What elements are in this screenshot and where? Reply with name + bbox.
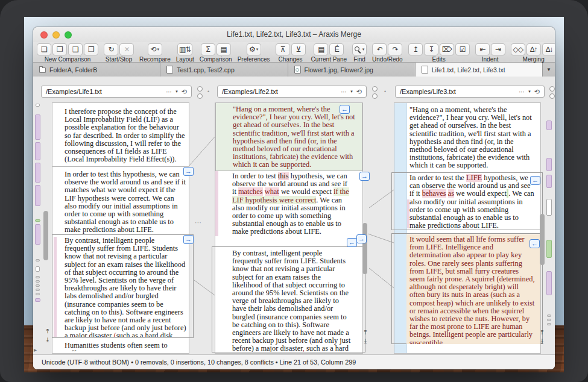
display-bezel: Life1.txt, Life2.txt, Life3.txt – Araxis… — [0, 0, 588, 382]
start-icon: ↻ — [108, 45, 113, 54]
paragraph[interactable]: It would seem that all life forms suffer… — [406, 234, 540, 344]
status-text: Unicode (UTF-8 without BOM) • 0 removals… — [42, 359, 356, 366]
stop-button[interactable]: ✕ — [119, 43, 134, 55]
merge-right-button[interactable]: → — [183, 167, 194, 176]
new-binary-comparison-button[interactable]: ❐ — [52, 43, 67, 55]
next-change-button[interactable]: ⊻ — [291, 43, 306, 55]
paragraph[interactable]: In order to test this hypothesis, we can… — [65, 171, 186, 234]
paragraph[interactable]: In order to test this hypothesis, we can… — [232, 172, 352, 236]
redo-button[interactable]: ↷ — [388, 43, 402, 55]
new-image-comparison-button[interactable]: ❑ — [68, 43, 83, 55]
remove-edits-button[interactable]: ⌦ — [440, 43, 454, 55]
pane3-link-radio-bottom[interactable] — [549, 93, 555, 99]
more-icon[interactable]: ⋯ — [166, 89, 172, 95]
pane1-text-panel[interactable]: → → I therefore propose the concept of t… — [52, 102, 189, 354]
toolbar-group: ⚙▾Preferences — [238, 43, 270, 63]
merge-both-button[interactable]: ◇◇ — [511, 43, 525, 55]
pane3-vertical-scrollbar[interactable] — [540, 214, 545, 265]
pane2-link-radio-bottom[interactable] — [372, 93, 378, 99]
previous-edit-icon: ↥ — [413, 45, 418, 54]
merge-left-button[interactable]: ← — [340, 105, 350, 114]
chevron-down-icon[interactable]: ▾ — [175, 89, 178, 94]
chevron-down-icon[interactable]: ▾ — [528, 89, 531, 94]
paragraph[interactable]: I therefore propose the concept of the L… — [65, 108, 186, 166]
pane2-link-radio-top[interactable] — [372, 86, 378, 92]
pane1-vertical-scrollbar[interactable] — [43, 211, 48, 260]
layout-button[interactable]: ▥⇅ — [177, 43, 192, 55]
goto-first-change-button[interactable]: ⤒ — [362, 329, 369, 336]
pane1-link-radio-bottom[interactable] — [197, 93, 203, 99]
save-pane-button[interactable]: ▤ — [314, 43, 328, 55]
pane3-path-field[interactable]: /Examples/Life3.txt ⋯ ▾ ⟲ — [395, 86, 545, 98]
merge-left-button[interactable]: ← — [530, 239, 540, 248]
tab-list-dropdown[interactable]: ▼ — [543, 63, 555, 77]
paragraph[interactable]: By contrast, intelligent people frequent… — [232, 249, 352, 352]
pane3-text-panel[interactable]: ← ← "Hang on a moment, where's the evide… — [394, 102, 541, 354]
text-segment: LIFE — [466, 174, 482, 182]
change-marker — [36, 280, 40, 283]
overview-strip-left[interactable] — [34, 102, 42, 352]
next-edit-button[interactable]: ↧ — [424, 43, 438, 55]
pane2-text-panel[interactable]: ← → ← → "Hang on a moment, where's the e… — [215, 102, 363, 354]
tab-flower1-flower2[interactable]: Flower1.jpg, Flower2.jpg — [288, 63, 416, 77]
merge-left-button[interactable]: ← — [530, 176, 540, 185]
toolbar: ❏❐❑❒New Comparison↻✕Start/Stop⟲▾Recompar… — [33, 42, 555, 63]
goto-last-change-button[interactable]: ⤓ — [44, 336, 51, 343]
play-icon[interactable]: ▸ — [34, 346, 37, 353]
outdent-button[interactable]: ⇤ — [475, 43, 490, 55]
character-encoding-button[interactable]: É — [329, 43, 344, 55]
paragraph[interactable]: In order to test the LIFE hypothesis, we… — [409, 174, 536, 229]
preferences-button[interactable]: ⚙▾ — [247, 43, 261, 55]
next-edit-icon: ↧ — [428, 45, 434, 54]
paragraph[interactable]: By contrast, intelligent people frequent… — [65, 237, 186, 337]
accept-edits-icon: ☑ — [460, 45, 466, 54]
comparison-summary-button[interactable]: Σ — [201, 43, 215, 55]
tab-life1-life2-life3[interactable]: Life1.txt, Life2.txt, Life3.txt — [416, 63, 543, 77]
tab-test1-test2[interactable]: Test1.cpp, Test2.cpp — [160, 63, 288, 77]
more-icon[interactable]: ⋯ — [519, 89, 525, 95]
goto-last-change-button[interactable]: ⤓ — [539, 337, 546, 345]
paragraph[interactable]: "Hang on a moment, where's the evidence?… — [409, 106, 536, 170]
change-marker — [546, 158, 552, 171]
goto-first-change-button[interactable]: ⤒ — [44, 328, 51, 335]
pane3-link-radio-top[interactable] — [549, 86, 555, 92]
find-button[interactable]: ▾ — [352, 43, 367, 55]
merge-left-button[interactable]: ← — [347, 238, 357, 247]
paragraph[interactable]: Humanities students often seem to suffer — [65, 342, 186, 351]
previous-edit-button[interactable]: ↥ — [408, 43, 423, 55]
redo-icon: ↷ — [393, 45, 398, 54]
merge-down-button[interactable]: ∆↓ — [542, 43, 555, 55]
new-folder-comparison-button[interactable]: ❒ — [84, 43, 98, 55]
history-icon[interactable]: ⟲ — [182, 88, 187, 96]
comparison-report-button[interactable]: ▤ — [217, 43, 231, 55]
undo-button[interactable]: ↶ — [372, 43, 387, 55]
merge-right-button[interactable]: → — [183, 235, 194, 244]
more-icon[interactable]: ⋯ — [341, 89, 347, 95]
recompare-button[interactable]: ⟲▾ — [148, 43, 162, 55]
merge-up-button[interactable]: ∆↑ — [526, 43, 541, 55]
overview-strip-right[interactable] — [545, 102, 553, 352]
tab-foldera-folderb[interactable]: FolderA, FolderB — [33, 63, 160, 77]
history-icon[interactable]: ⟲ — [534, 88, 540, 96]
accept-edits-button[interactable]: ☑ — [455, 43, 470, 55]
pane2-path-field[interactable]: /Examples/Life2.txt ⋯ ▾ ⟲ — [217, 86, 367, 98]
title-bar[interactable]: Life1.txt, Life2.txt, Life3.txt – Araxis… — [33, 27, 555, 42]
goto-first-change-button[interactable]: ⤒ — [539, 329, 546, 336]
change-stripe — [215, 171, 218, 236]
pane1-link-radio-top[interactable] — [197, 86, 203, 92]
chevron-down-icon[interactable]: ▾ — [350, 89, 353, 94]
indent-button[interactable]: ⇥ — [491, 43, 505, 55]
indent-icon: ⇥ — [495, 45, 501, 54]
previous-change-button[interactable]: ⊼ — [276, 43, 290, 55]
start-button[interactable]: ↻ — [104, 43, 118, 55]
merge-right-button[interactable]: → — [359, 172, 370, 181]
merge-right-button[interactable]: → — [356, 234, 367, 243]
change-marker — [35, 142, 40, 160]
pane2-vertical-scrollbar[interactable] — [362, 223, 367, 274]
araxis-merge-window: Life1.txt, Life2.txt, Life3.txt – Araxis… — [33, 27, 555, 369]
history-icon[interactable]: ⟲ — [356, 88, 362, 96]
goto-last-change-button[interactable]: ⤓ — [362, 337, 369, 345]
pane1-path-field[interactable]: /Examples/Life1.txt ⋯ ▾ ⟲ — [41, 86, 192, 98]
new-file-comparison-button[interactable]: ❏ — [37, 43, 51, 55]
text-segment: we would expect — [279, 187, 334, 196]
